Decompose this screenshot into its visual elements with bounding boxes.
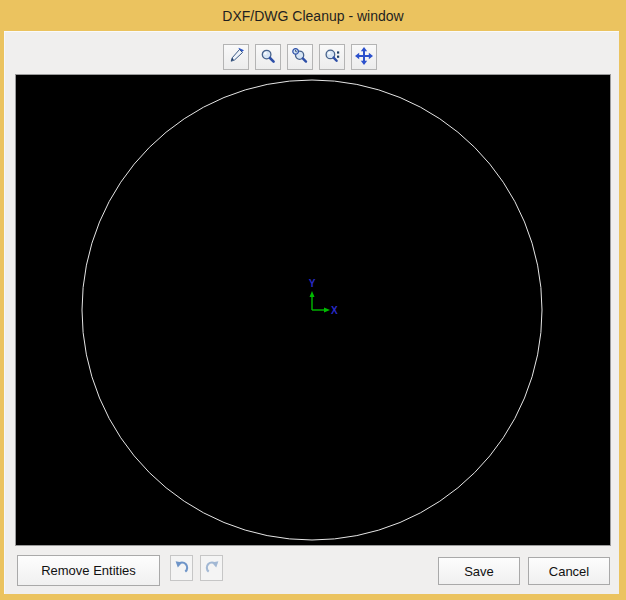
magnifier-window-icon bbox=[292, 48, 308, 67]
dialog-window: DXF/DWG Cleanup - window bbox=[0, 0, 626, 600]
zoom-in-button[interactable] bbox=[255, 44, 281, 70]
cancel-button-label: Cancel bbox=[549, 564, 589, 579]
pan-button[interactable] bbox=[351, 44, 377, 70]
axis-y-label: Y bbox=[309, 278, 316, 289]
remove-entities-button[interactable]: Remove Entities bbox=[17, 555, 160, 586]
magnifier-extents-icon bbox=[324, 48, 340, 67]
select-tool-button[interactable] bbox=[223, 44, 249, 70]
undo-button[interactable] bbox=[170, 555, 193, 581]
window-title: DXF/DWG Cleanup - window bbox=[222, 8, 403, 24]
save-button-label: Save bbox=[464, 564, 494, 579]
cancel-button[interactable]: Cancel bbox=[528, 557, 610, 585]
pan-arrows-icon bbox=[355, 47, 373, 68]
remove-entities-label: Remove Entities bbox=[41, 563, 136, 578]
dialog-content: Y X Remove Entities bbox=[4, 31, 619, 594]
title-bar: DXF/DWG Cleanup - window bbox=[0, 0, 626, 31]
axis-x-label: X bbox=[331, 305, 338, 316]
save-button[interactable]: Save bbox=[438, 557, 520, 585]
undo-arrow-icon bbox=[174, 559, 190, 578]
redo-button[interactable] bbox=[200, 555, 223, 581]
cursor-pen-icon bbox=[228, 47, 245, 67]
drawing-canvas[interactable]: Y X bbox=[15, 74, 611, 546]
zoom-all-button[interactable] bbox=[319, 44, 345, 70]
redo-arrow-icon bbox=[204, 559, 220, 578]
magnifier-icon bbox=[260, 48, 276, 67]
origin-axis-indicator: Y X bbox=[309, 278, 338, 316]
zoom-window-button[interactable] bbox=[287, 44, 313, 70]
